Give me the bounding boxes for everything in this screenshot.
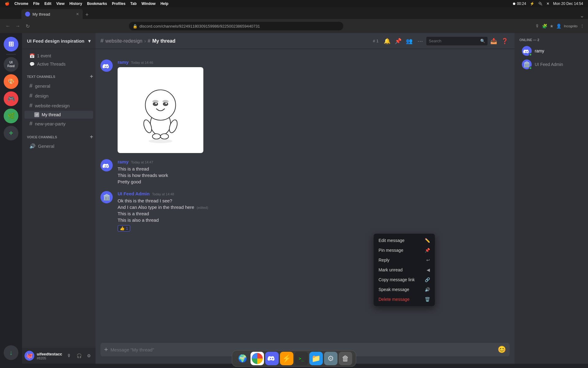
avatar: 🏛️ bbox=[100, 191, 113, 203]
context-menu: Edit message ✏️ Pin message 📌 Reply ↩ Ma… bbox=[374, 234, 435, 306]
dock-icon-lightning[interactable]: ⚡ bbox=[280, 352, 293, 365]
thread-count-icon: # bbox=[373, 39, 375, 43]
tab-list-button[interactable]: ⌄ bbox=[580, 12, 588, 19]
inbox-button[interactable]: 📥 bbox=[489, 36, 499, 46]
svg-point-3 bbox=[153, 102, 158, 106]
dock-icon-chrome[interactable] bbox=[251, 352, 264, 365]
server-icon-3[interactable]: 🎮 bbox=[4, 91, 18, 106]
thread-count-badge[interactable]: # 1 bbox=[371, 37, 381, 44]
notifications-button[interactable]: 🔔 bbox=[382, 36, 392, 46]
message-author: UI Feed Admin bbox=[118, 191, 149, 196]
dock-icon-finder[interactable]: 🌍 bbox=[236, 352, 249, 365]
member-item-ui-feed-admin[interactable]: 🏛️ UI Feed Admin bbox=[519, 58, 583, 71]
dock-icon-discord[interactable] bbox=[265, 352, 279, 365]
channel-item-new-year-party[interactable]: # new-year-party bbox=[24, 119, 93, 128]
microphone-icon[interactable]: 🎙 bbox=[535, 24, 540, 29]
dock-icon-files[interactable]: 📁 bbox=[309, 352, 323, 365]
server-icon-2[interactable]: 🎨 bbox=[4, 74, 18, 89]
events-item[interactable]: 📅 1 event bbox=[24, 52, 93, 60]
context-item-delete[interactable]: Delete message 🗑️ bbox=[375, 294, 433, 304]
pin-button[interactable]: 📌 bbox=[393, 36, 403, 46]
dock-icon-trash[interactable]: 🗑 bbox=[339, 352, 352, 365]
mark-unread-icon: ◀ bbox=[427, 267, 430, 272]
member-name-ui-feed-admin: UI Feed Admin bbox=[535, 62, 563, 67]
add-server-button[interactable]: + bbox=[4, 126, 18, 140]
input-right-icons: 😊 bbox=[498, 346, 506, 354]
menu-file[interactable]: File bbox=[33, 2, 40, 6]
menu-tab[interactable]: Tab bbox=[130, 2, 137, 6]
dock-icon-settings[interactable]: ⚙ bbox=[324, 352, 337, 365]
context-item-edit[interactable]: Edit message ✏️ bbox=[375, 236, 433, 245]
thread-icon: ⏎ bbox=[34, 112, 39, 117]
context-item-speak[interactable]: Speak message 🔊 bbox=[375, 285, 433, 294]
channel-item-general-voice[interactable]: 🔊 General bbox=[24, 142, 93, 151]
context-item-reply[interactable]: Reply ↩ bbox=[375, 255, 433, 265]
extension-icon[interactable]: 🧩 bbox=[542, 24, 547, 29]
hash-icon: # bbox=[100, 38, 104, 44]
settings-button[interactable]: ⚙ bbox=[85, 351, 93, 360]
pin-message-label: Pin message bbox=[379, 248, 403, 253]
channel-item-design[interactable]: # design bbox=[24, 91, 93, 101]
channel-item-my-thread[interactable]: ⏎ My thread bbox=[24, 111, 93, 119]
mute-button[interactable]: 🎙 bbox=[65, 351, 74, 360]
members-button[interactable]: 👥 bbox=[404, 36, 414, 46]
back-button[interactable]: ← bbox=[4, 22, 12, 30]
channel-item-general[interactable]: # general bbox=[24, 81, 93, 91]
member-item-ramy[interactable]: ramy bbox=[519, 44, 583, 58]
user-avatar: 🐙 bbox=[24, 351, 34, 361]
messages-area[interactable]: ramy Today at 14:46 bbox=[96, 49, 514, 343]
help-button[interactable]: ❓ bbox=[500, 36, 510, 46]
apple-icon[interactable]: 🍎 bbox=[5, 2, 9, 6]
deafen-button[interactable]: 🎧 bbox=[75, 351, 83, 360]
message-row: ramy Today at 14:46 bbox=[96, 59, 514, 154]
context-item-copy-link[interactable]: Copy message link 🔗 bbox=[375, 275, 433, 285]
url-bar[interactable]: 🔒 discord.com/channels/92249118030915998… bbox=[129, 22, 343, 30]
new-tab-button[interactable]: + bbox=[83, 10, 91, 19]
avatar bbox=[100, 59, 113, 72]
discord-home-button[interactable]: ⊞ bbox=[4, 37, 18, 52]
star-icon[interactable]: ★ bbox=[550, 24, 554, 29]
voice-channels-label: VOICE CHANNELS bbox=[27, 135, 57, 139]
server-icon-ui-feed[interactable]: UIFeed bbox=[4, 57, 18, 72]
refresh-button[interactable]: ↻ bbox=[23, 22, 32, 30]
menu-edit[interactable]: Edit bbox=[44, 2, 51, 6]
menu-help[interactable]: Help bbox=[160, 2, 168, 6]
add-voice-channel-button[interactable]: + bbox=[90, 134, 93, 140]
browser-toolbar-icons: 🎙 🧩 ★ 👤 Incognito ⋮ bbox=[535, 24, 584, 29]
message-timestamp: Today at 14:48 bbox=[152, 192, 174, 196]
user-panel: 🐙 uifeedtestacc #8205 🎙 🎧 ⚙ bbox=[22, 348, 96, 364]
menu-history[interactable]: History bbox=[70, 2, 82, 6]
text-channels-section[interactable]: TEXT CHANNELS + bbox=[22, 68, 96, 81]
channel-item-website-redesign[interactable]: # website-redesign bbox=[24, 101, 93, 110]
voice-channels-section[interactable]: VOICE CHANNELS + bbox=[22, 129, 96, 141]
menu-window[interactable]: Window bbox=[141, 2, 156, 6]
server-icon-4[interactable]: 🌿 bbox=[4, 109, 18, 123]
active-threads-item[interactable]: 💬 Active Threads bbox=[24, 60, 93, 68]
browser-tab-my-thread[interactable]: My thread ✕ bbox=[21, 9, 83, 19]
add-attachment-icon[interactable]: + bbox=[104, 346, 108, 354]
svg-point-11 bbox=[153, 134, 160, 139]
server-header[interactable]: UI Feed design inspiration ▾ bbox=[22, 33, 96, 49]
forward-button[interactable]: → bbox=[13, 22, 22, 30]
voice-channel-name-general: General bbox=[38, 144, 54, 149]
menu-view[interactable]: View bbox=[56, 2, 65, 6]
add-text-channel-button[interactable]: + bbox=[90, 73, 93, 80]
tab-close-button[interactable]: ✕ bbox=[76, 12, 79, 16]
menu-profiles[interactable]: Profiles bbox=[112, 2, 126, 6]
more-options-button[interactable]: ⋯ bbox=[415, 36, 425, 46]
context-item-pin[interactable]: Pin message 📌 bbox=[375, 245, 433, 255]
download-app-button[interactable]: ↓ bbox=[4, 345, 18, 360]
reaction-thumbsup[interactable]: 👍 1 bbox=[118, 225, 130, 232]
status-left: 🍎 Chrome File Edit View History Bookmark… bbox=[5, 2, 168, 6]
profile-icon[interactable]: 👤 bbox=[556, 24, 561, 29]
emoji-icon[interactable]: 😊 bbox=[498, 346, 506, 354]
message-content: ramy Today at 14:46 bbox=[118, 59, 510, 153]
member-avatar-ui-feed-admin: 🏛️ bbox=[522, 59, 532, 69]
more-menu-icon[interactable]: ⋮ bbox=[580, 24, 584, 29]
search-bar[interactable]: Search 🔍 bbox=[426, 37, 488, 45]
menu-bookmarks[interactable]: Bookmarks bbox=[87, 2, 107, 6]
context-item-mark-unread[interactable]: Mark unread ◀ bbox=[375, 265, 433, 275]
thread-name-header: My thread bbox=[152, 38, 175, 44]
message-text-1: This is a thread bbox=[118, 166, 510, 172]
dock-icon-terminal[interactable]: >_ bbox=[295, 352, 308, 365]
